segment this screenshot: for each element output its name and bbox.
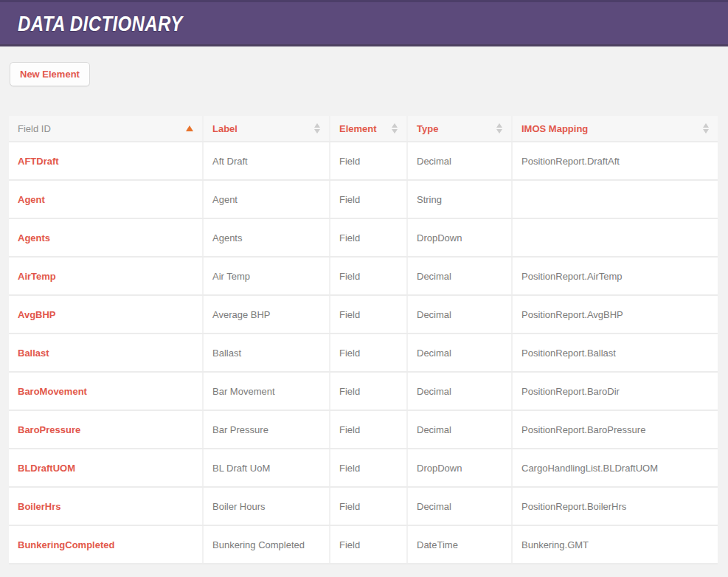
field-id-link[interactable]: AirTemp [9,257,203,295]
label-cell: Bar Movement [203,372,330,410]
table-row: BLDraftUOM BL Draft UoM Field DropDown C… [9,449,718,487]
imos-mapping-cell: PositionReport.Ballast [512,334,718,372]
sort-both-icon [703,123,709,134]
element-cell: Field [330,334,407,372]
label-cell: Average BHP [203,295,330,334]
field-id-link[interactable]: Ballast [9,334,203,372]
table-row: BunkeringCompleted Bunkering Completed F… [9,525,718,564]
column-label-label: Label [212,123,238,134]
sort-both-icon [392,123,398,134]
sort-both-icon [314,123,320,134]
table-row: AFTDraft Aft Draft Field Decimal Positio… [9,142,718,180]
type-cell: Decimal [407,410,512,449]
column-label-imos-mapping: IMOS Mapping [521,123,588,134]
field-id-link[interactable]: Agent [9,180,203,218]
column-header-type[interactable]: Type [407,116,512,142]
table-row: Agent Agent Field String [9,180,718,218]
field-id-link[interactable]: AvgBHP [9,295,203,334]
page-title: DATA DICTIONARY [18,11,183,36]
type-cell: Decimal [407,487,512,525]
element-cell: Field [330,142,407,180]
label-cell: Agents [203,218,330,257]
column-label-field-id: Field ID [18,123,51,134]
label-cell: Aft Draft [203,142,330,180]
table-body: AFTDraft Aft Draft Field Decimal Positio… [9,142,718,564]
imos-mapping-cell: PositionReport.BoilerHrs [512,487,718,525]
table-row: Ballast Ballast Field Decimal PositionRe… [9,334,718,372]
column-header-imos-mapping[interactable]: IMOS Mapping [512,116,718,142]
imos-mapping-cell: CargoHandlingList.BLDraftUOM [512,449,718,487]
table-row: BoilerHrs Boiler Hours Field Decimal Pos… [9,487,718,525]
table-row: BaroPressure Bar Pressure Field Decimal … [9,410,718,449]
imos-mapping-cell: PositionReport.DraftAft [512,142,718,180]
type-cell: String [407,180,512,218]
toolbar: New Element [0,46,728,86]
label-cell: Ballast [203,334,330,372]
label-cell: BL Draft UoM [203,449,330,487]
element-cell: Field [330,410,407,449]
type-cell: DateTime [407,525,512,564]
element-cell: Field [330,525,407,564]
column-label-element: Element [339,123,377,134]
column-header-element[interactable]: Element [330,116,407,142]
field-id-link[interactable]: BunkeringCompleted [9,525,203,564]
page-header: DATA DICTIONARY [0,0,728,46]
imos-mapping-cell [512,180,718,218]
data-dictionary-table-container: Field ID Label Element [9,116,719,564]
type-cell: Decimal [407,142,512,180]
field-id-link[interactable]: BaroPressure [9,410,203,449]
element-cell: Field [330,218,407,257]
field-id-link[interactable]: BLDraftUOM [9,449,203,487]
data-dictionary-table: Field ID Label Element [9,116,718,564]
column-label-type: Type [417,123,438,134]
element-cell: Field [330,449,407,487]
field-id-link[interactable]: AFTDraft [9,142,203,180]
type-cell: Decimal [407,372,512,410]
type-cell: Decimal [407,295,512,334]
type-cell: Decimal [407,334,512,372]
table-row: BaroMovement Bar Movement Field Decimal … [9,372,718,410]
label-cell: Bar Pressure [203,410,330,449]
sort-ascending-icon [186,125,193,131]
field-id-link[interactable]: Agents [9,218,203,257]
field-id-link[interactable]: BoilerHrs [9,487,203,525]
table-header: Field ID Label Element [9,116,718,142]
table-row: AirTemp Air Temp Field Decimal PositionR… [9,257,718,295]
table-header-row: Field ID Label Element [9,116,718,142]
label-cell: Agent [203,180,330,218]
imos-mapping-cell: PositionReport.AvgBHP [512,295,718,334]
table-row: Agents Agents Field DropDown [9,218,718,257]
element-cell: Field [330,257,407,295]
element-cell: Field [330,487,407,525]
imos-mapping-cell: PositionReport.AirTemp [512,257,718,295]
label-cell: Air Temp [203,257,330,295]
field-id-link[interactable]: BaroMovement [9,372,203,410]
column-header-label[interactable]: Label [203,116,330,142]
imos-mapping-cell: Bunkering.GMT [512,525,718,564]
label-cell: Boiler Hours [203,487,330,525]
label-cell: Bunkering Completed [203,525,330,564]
type-cell: Decimal [407,257,512,295]
table-row: AvgBHP Average BHP Field Decimal Positio… [9,295,718,334]
new-element-button[interactable]: New Element [10,62,90,86]
element-cell: Field [330,295,407,334]
imos-mapping-cell [512,218,718,257]
element-cell: Field [330,180,407,218]
type-cell: DropDown [407,218,512,257]
element-cell: Field [330,372,407,410]
sort-both-icon [496,123,502,134]
imos-mapping-cell: PositionReport.BaroPressure [512,410,718,449]
type-cell: DropDown [407,449,512,487]
column-header-field-id[interactable]: Field ID [9,116,203,142]
imos-mapping-cell: PositionReport.BaroDir [512,372,718,410]
